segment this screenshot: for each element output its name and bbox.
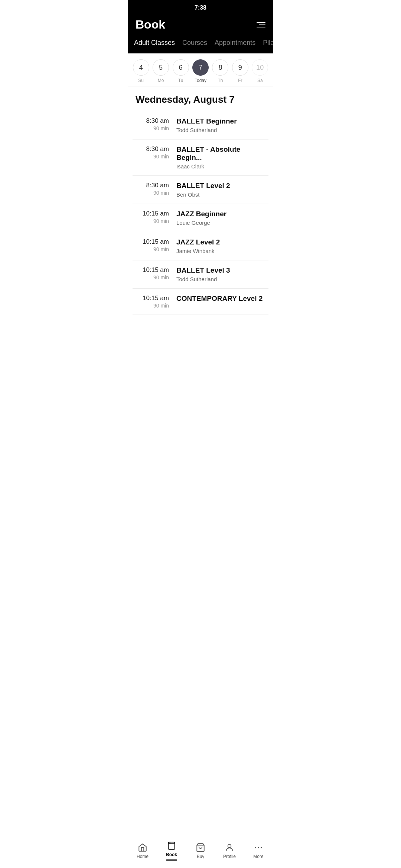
class-time-main: 10:15 am — [136, 295, 169, 302]
class-item[interactable]: 8:30 am90 minBALLET - Absolute Begin...I… — [133, 139, 268, 176]
class-item[interactable]: 10:15 am90 minCONTEMPORARY Level 2 — [133, 289, 268, 315]
date-item-9[interactable]: 9Fr — [232, 59, 248, 83]
class-time-main: 10:15 am — [136, 238, 169, 246]
class-instructor: Todd Sutherland — [176, 276, 265, 282]
date-item-5[interactable]: 5Mo — [153, 59, 169, 83]
class-name: CONTEMPORARY Level 2 — [176, 295, 265, 303]
class-time-main: 8:30 am — [136, 117, 169, 125]
tab-courses[interactable]: Courses — [182, 37, 207, 49]
date-label-10: Sa — [257, 78, 263, 83]
date-heading: Wednesday, August 7 — [128, 86, 273, 111]
date-item-10[interactable]: 10Sa — [252, 59, 268, 83]
class-name: JAZZ Level 2 — [176, 238, 265, 246]
class-time-main: 10:15 am — [136, 210, 169, 217]
class-info: JAZZ BeginnerLouie George — [176, 210, 265, 226]
tab-appointments[interactable]: Appointments — [215, 37, 255, 49]
date-label-6: Tu — [178, 78, 183, 83]
status-bar: 7:38 — [128, 0, 273, 14]
date-label-9: Fr — [238, 78, 242, 83]
class-instructor: Louie George — [176, 220, 265, 226]
class-time: 10:15 am90 min — [136, 266, 176, 280]
filter-button[interactable] — [257, 22, 265, 27]
class-time: 8:30 am90 min — [136, 145, 176, 160]
tab-pilates[interactable]: Pilates — [263, 37, 273, 49]
date-number-10: 10 — [252, 59, 268, 76]
class-time-duration: 90 min — [136, 303, 169, 309]
class-instructor: Todd Sutherland — [176, 127, 265, 133]
category-tabs: Adult Classes Courses Appointments Pilat… — [128, 37, 273, 53]
date-label-7: Today — [195, 78, 206, 83]
status-time: 7:38 — [195, 4, 206, 11]
class-item[interactable]: 10:15 am90 minJAZZ Level 2Jamie Winbank — [133, 232, 268, 260]
class-item[interactable]: 10:15 am90 minJAZZ BeginnerLouie George — [133, 204, 268, 232]
class-time-main: 8:30 am — [136, 145, 169, 153]
class-name: JAZZ Beginner — [176, 210, 265, 218]
header-title: Book — [136, 18, 165, 32]
class-item[interactable]: 8:30 am90 minBALLET BeginnerTodd Sutherl… — [133, 111, 268, 139]
class-name: BALLET Level 3 — [176, 266, 265, 274]
class-list: 8:30 am90 minBALLET BeginnerTodd Sutherl… — [128, 111, 273, 315]
date-number-5: 5 — [153, 59, 169, 76]
class-time: 10:15 am90 min — [136, 295, 176, 309]
date-number-4: 4 — [133, 59, 149, 76]
date-number-8: 8 — [212, 59, 228, 76]
class-info: JAZZ Level 2Jamie Winbank — [176, 238, 265, 254]
date-number-9: 9 — [232, 59, 248, 76]
class-name: BALLET Beginner — [176, 117, 265, 125]
date-label-4: Su — [138, 78, 144, 83]
class-time-duration: 90 min — [136, 218, 169, 224]
class-time-duration: 90 min — [136, 190, 169, 196]
class-instructor: Ben Obst — [176, 191, 265, 198]
class-info: BALLET - Absolute Begin...Isaac Clark — [176, 145, 265, 170]
class-instructor: Isaac Clark — [176, 163, 265, 170]
class-time-main: 8:30 am — [136, 182, 169, 189]
date-item-6[interactable]: 6Tu — [173, 59, 189, 83]
class-time: 8:30 am90 min — [136, 182, 176, 196]
tab-adult-classes[interactable]: Adult Classes — [134, 37, 175, 49]
class-info: CONTEMPORARY Level 2 — [176, 295, 265, 304]
class-instructor: Jamie Winbank — [176, 248, 265, 254]
class-item[interactable]: 10:15 am90 minBALLET Level 3Todd Sutherl… — [133, 260, 268, 289]
date-number-6: 6 — [173, 59, 189, 76]
date-number-7: 7 — [192, 59, 209, 76]
class-item[interactable]: 8:30 am90 minBALLET Level 2Ben Obst — [133, 176, 268, 204]
date-item-7[interactable]: 7Today — [192, 59, 209, 83]
date-item-8[interactable]: 8Th — [212, 59, 228, 83]
class-time: 8:30 am90 min — [136, 117, 176, 131]
date-item-4[interactable]: 4Su — [133, 59, 149, 83]
date-label-5: Mo — [158, 78, 164, 83]
class-time-duration: 90 min — [136, 274, 169, 280]
date-picker: 4Su5Mo6Tu7Today8Th9Fr10Sa — [128, 53, 273, 86]
class-time-duration: 90 min — [136, 125, 169, 131]
class-name: BALLET - Absolute Begin... — [176, 145, 265, 162]
class-info: BALLET Level 3Todd Sutherland — [176, 266, 265, 282]
date-label-8: Th — [218, 78, 223, 83]
class-time: 10:15 am90 min — [136, 210, 176, 224]
header: Book — [128, 14, 273, 37]
class-time-duration: 90 min — [136, 154, 169, 160]
class-time-main: 10:15 am — [136, 266, 169, 274]
class-info: BALLET BeginnerTodd Sutherland — [176, 117, 265, 133]
class-name: BALLET Level 2 — [176, 182, 265, 190]
class-info: BALLET Level 2Ben Obst — [176, 182, 265, 198]
class-time: 10:15 am90 min — [136, 238, 176, 252]
class-time-duration: 90 min — [136, 246, 169, 252]
